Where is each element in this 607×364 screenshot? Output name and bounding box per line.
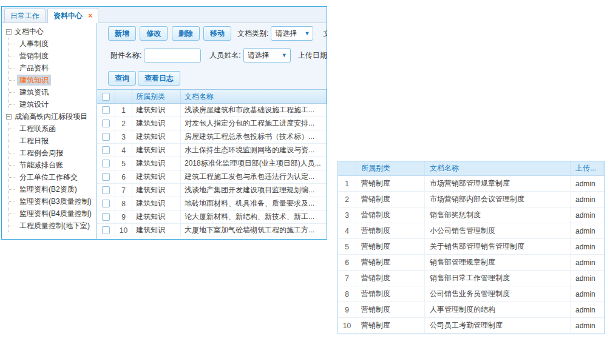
- tree-root-label: 文档中心: [15, 27, 44, 37]
- tree-item[interactable]: 建筑资讯: [9, 86, 97, 98]
- toolbar-button[interactable]: 修改: [140, 26, 168, 41]
- table-row[interactable]: 2 营销制度 市场营销部内部会议管理制度 admin: [338, 192, 604, 207]
- row-checkbox[interactable]: [102, 173, 110, 181]
- tree-item[interactable]: 人事制度: [9, 38, 97, 50]
- tree-group-project: 工程联系函 工程日报 工程例会周报 节能减排台账 分工单: [8, 123, 97, 232]
- tree-item[interactable]: 分工单位工作移交: [9, 171, 97, 183]
- tree-item-label: 工程例会周报: [17, 147, 66, 158]
- tree-item[interactable]: 营销制度: [9, 50, 97, 62]
- tree-item[interactable]: 节能减排台账: [9, 159, 97, 171]
- tree-item[interactable]: 建筑知识: [9, 74, 97, 86]
- row-checkbox[interactable]: [102, 160, 110, 167]
- table-header: 所属别类 文档名称: [97, 90, 327, 104]
- tree-item-label: 监理资料(B2资质): [17, 184, 80, 195]
- tree-item-label: 工程联系函: [17, 123, 58, 134]
- tree-item[interactable]: 工程质量控制(地下室): [9, 220, 97, 232]
- row-uploader: admin: [571, 176, 604, 191]
- table-row[interactable]: 7 营销制度 销售部日常工作管理制度 admin: [338, 271, 604, 286]
- person-name-select[interactable]: 请选择 ▼: [243, 48, 291, 62]
- toolbar-button[interactable]: 新增: [108, 26, 136, 41]
- row-uploader: admin: [571, 207, 604, 223]
- row-number-header: [115, 90, 132, 103]
- tree-item-label: 建筑设计: [17, 99, 51, 110]
- collapse-icon[interactable]: [6, 114, 12, 120]
- table-row[interactable]: 4 营销制度 小公司销售管理制度 admin: [338, 223, 604, 239]
- row-name: 房屋建筑工程总承包投标书（技术标）...: [181, 130, 327, 143]
- table-row[interactable]: 4 建筑知识 水土保持生态环境监测网络的建设与资...: [97, 144, 327, 157]
- row-uploader: admin: [571, 239, 604, 254]
- row-checkbox[interactable]: [102, 226, 110, 234]
- tree-item-label: 监理资料(B3质量控制): [17, 196, 94, 207]
- table-row[interactable]: 9 营销制度 人事管理制度的结构 admin: [338, 302, 604, 318]
- row-checkbox[interactable]: [102, 133, 110, 141]
- table-row[interactable]: 6 营销制度 销售部管理规章制度 admin: [338, 255, 604, 271]
- table-row[interactable]: 5 建筑知识 2018标准化监理项目部(业主项目部)人员...: [97, 157, 327, 170]
- row-name: 市场营销部管理规章制度: [425, 176, 571, 191]
- select-all-checkbox[interactable]: [102, 93, 110, 101]
- tree-item-label: 营销制度: [17, 50, 51, 61]
- table-row[interactable]: 10 营销制度 公司员工考勤管理制度 admin: [338, 318, 604, 334]
- toolbar-button[interactable]: 删除: [172, 26, 200, 41]
- table-row[interactable]: 3 营销制度 销售部奖惩制度 admin: [338, 207, 604, 223]
- row-name: 论大厦新材料、新结构、新技术、新工...: [181, 211, 327, 223]
- row-checkbox[interactable]: [102, 186, 110, 194]
- row-name: 人事管理制度的结构: [425, 302, 571, 317]
- tree-root-document-center[interactable]: 文档中心: [6, 25, 97, 38]
- tree-item[interactable]: 监理资料(B3质量控制): [9, 195, 97, 207]
- view-log-button[interactable]: 查看日志: [138, 71, 180, 86]
- tab-data-center[interactable]: 资料中心 ×: [47, 8, 98, 23]
- table-row[interactable]: 7 建筑知识 浅谈地产集团开发建设项目监理规划编...: [97, 184, 327, 197]
- row-checkbox[interactable]: [102, 106, 110, 114]
- toolbar-buttons: 新增 修改 删除 移动: [108, 26, 233, 41]
- table-row[interactable]: 6 建筑知识 建筑工程施工发包与承包违法行为认定...: [97, 170, 327, 184]
- table-row[interactable]: 9 建筑知识 论大厦新材料、新结构、新技术、新工...: [97, 211, 327, 224]
- row-checkbox[interactable]: [102, 120, 110, 127]
- attachment-name-input[interactable]: [144, 49, 201, 62]
- tree-item[interactable]: 监理资料(B2资质): [9, 183, 97, 195]
- toolbar-row: 新增 修改 删除 移动 文档类别: 请选择 ▼ 文档: [97, 23, 327, 41]
- row-uploader: admin: [571, 286, 604, 302]
- table-body: 1 建筑知识 浅谈房屋建筑和市政基础设施工程施工... 2 建筑知识 对发包人指…: [97, 104, 327, 237]
- tree-item[interactable]: 监理资料(B4质量控制): [9, 207, 97, 220]
- tree-item[interactable]: 建筑设计: [9, 98, 97, 110]
- checkbox-cell: [97, 157, 115, 170]
- checkbox-cell: [97, 211, 115, 223]
- row-checkbox[interactable]: [102, 146, 110, 154]
- tree-root-project[interactable]: 成渝高铁内江标段项目: [6, 110, 97, 123]
- name-column-header: 文档名称: [425, 161, 571, 175]
- row-name: 销售部日常工作管理制度: [425, 271, 571, 286]
- row-checkbox[interactable]: [102, 213, 110, 221]
- tree-item[interactable]: 工程联系函: [9, 123, 97, 135]
- row-name: 浅谈房屋建筑和市政基础设施工程施工...: [181, 104, 327, 116]
- tree-item[interactable]: 工程例会周报: [9, 147, 97, 159]
- table-row[interactable]: 10 建筑知识 大厦地下室加气砼墙砌筑工程的施工方...: [97, 224, 327, 237]
- category-tree: 文档中心 人事制度 营销制度 产品资料: [2, 23, 97, 239]
- tab-bar: 日常工作 资料中心 ×: [2, 7, 327, 23]
- table-row[interactable]: 2 建筑知识 对发包人指定分包的工程施工进度安排...: [97, 117, 327, 130]
- row-category: 建筑知识: [132, 184, 181, 197]
- filter-row: 附件名称: 人员姓名: 请选择 ▼ 上传日期: [97, 48, 327, 62]
- tree-item-label: 工程质量控制(地下室): [17, 220, 92, 231]
- tab-close-icon[interactable]: ×: [88, 12, 92, 20]
- chevron-down-icon: ▼: [282, 52, 287, 58]
- toolbar-button[interactable]: 移动: [203, 26, 231, 41]
- row-name: 建筑工程施工发包与承包违法行为认定...: [181, 170, 327, 183]
- checkbox-cell: [97, 117, 115, 130]
- table-row[interactable]: 1 建筑知识 浅谈房屋建筑和市政基础设施工程施工...: [97, 104, 327, 117]
- window-body: 文档中心 人事制度 营销制度 产品资料: [2, 23, 327, 239]
- doc-category-select[interactable]: 请选择 ▼: [271, 26, 313, 41]
- table-row[interactable]: 5 营销制度 关于销售部管理销售管理制度 admin: [338, 239, 604, 255]
- table-row[interactable]: 8 建筑知识 地砖地面材料、机具准备、质量要求及...: [97, 197, 327, 211]
- collapse-icon[interactable]: [6, 29, 12, 35]
- table-row[interactable]: 8 营销制度 公司销售业务员管理制度 admin: [338, 286, 604, 302]
- tree-item-label: 工程日报: [17, 135, 51, 146]
- query-button[interactable]: 查询: [108, 71, 136, 86]
- tab-daily-work[interactable]: 日常工作: [4, 8, 46, 22]
- table-row[interactable]: 1 营销制度 市场营销部管理规章制度 admin: [338, 176, 604, 192]
- tree-item[interactable]: 工程日报: [9, 135, 97, 147]
- row-category: 营销制度: [356, 176, 425, 191]
- table-row[interactable]: 3 建筑知识 房屋建筑工程总承包投标书（技术标）...: [97, 130, 327, 144]
- tree-item[interactable]: 产品资料: [9, 62, 97, 74]
- row-number: 3: [338, 207, 356, 223]
- row-checkbox[interactable]: [102, 200, 110, 207]
